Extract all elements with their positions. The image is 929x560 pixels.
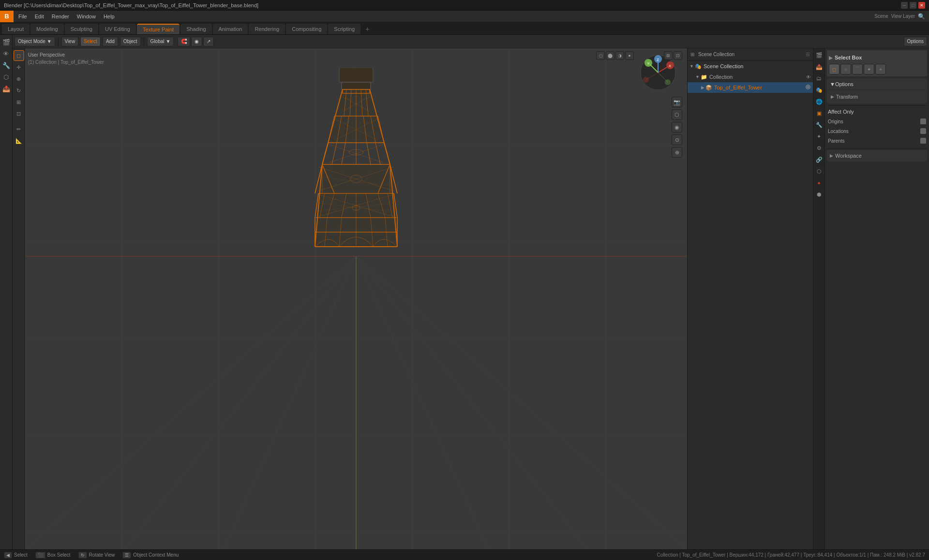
- options-header[interactable]: ▼ Options: [827, 78, 927, 90]
- left-tools-panel: ◻ ✛ ⊕ ↻ ⊞ ⊡ ✏ 📐: [13, 48, 25, 549]
- eiffel-tower-row[interactable]: ▶ 📦 Top_of_Eiffel_Tower: [688, 82, 813, 93]
- menu-help[interactable]: Help: [100, 11, 119, 22]
- shaderfx-icon[interactable]: ⬢: [814, 190, 824, 199]
- object-mode-dropdown[interactable]: Object Mode ▼: [15, 37, 55, 46]
- outliner-icon[interactable]: ⊞: [690, 52, 694, 57]
- close-button[interactable]: ✕: [918, 2, 925, 9]
- particles-props-icon[interactable]: ✦: [814, 132, 824, 141]
- tab-compositing[interactable]: Compositing: [286, 24, 327, 34]
- scene-props-icon[interactable]: 🎭: [814, 85, 824, 95]
- cursor-tool[interactable]: ✛: [14, 62, 24, 73]
- data-props-icon[interactable]: ⬡: [814, 166, 824, 176]
- solid-btn[interactable]: ⬤: [606, 51, 614, 60]
- modifier-props-icon[interactable]: 🔧: [814, 120, 824, 130]
- rendered-btn[interactable]: ●: [625, 51, 634, 60]
- menu-render[interactable]: Render: [48, 11, 73, 22]
- global-dropdown[interactable]: Global ▼: [147, 37, 174, 46]
- eiffel-tower-3d: [308, 68, 405, 251]
- select-paint-mode-btn[interactable]: ✦: [864, 64, 874, 74]
- scene-coll-label: Scene Collection: [704, 63, 744, 69]
- move-tool[interactable]: ⊕: [14, 74, 24, 84]
- workspace-section[interactable]: ▶ Workspace: [827, 150, 927, 162]
- physics-props-icon[interactable]: ⚙: [814, 143, 824, 153]
- sidebar-tool-icon[interactable]: 🔧: [1, 60, 12, 71]
- collection-row[interactable]: ▼ 📁 Collection 👁: [688, 72, 813, 82]
- annotate-tool[interactable]: ✏: [14, 124, 24, 134]
- tab-shading[interactable]: Shading: [180, 24, 211, 34]
- transform-orientations-btn[interactable]: ↗: [203, 37, 214, 46]
- select-box-section: ▶ Select Box ◻ ○ ⌒ ✦ +: [827, 50, 927, 76]
- select-mode-icons: ◻ ○ ⌒ ✦ +: [829, 64, 925, 74]
- menu-file[interactable]: File: [15, 11, 31, 22]
- select-tool[interactable]: ◻: [14, 50, 24, 61]
- object-props-icon[interactable]: ▣: [814, 108, 824, 118]
- proportional-btn[interactable]: ◉: [191, 37, 202, 46]
- tab-layout[interactable]: Layout: [2, 24, 30, 34]
- collection-label: (1) Collection | Top_of_Eiffel_Tower: [28, 59, 104, 66]
- outliner-filter-icon[interactable]: ☰: [806, 52, 810, 57]
- select-circle-mode-btn[interactable]: ○: [840, 64, 851, 74]
- select-extra-mode-btn[interactable]: +: [875, 64, 886, 74]
- tab-rendering[interactable]: Rendering: [249, 24, 285, 34]
- object-menu-btn[interactable]: Object: [120, 37, 141, 46]
- wireframe-btn[interactable]: ◻: [596, 51, 605, 60]
- svg-text:Y: Y: [647, 61, 650, 66]
- collection-label: Collection: [709, 74, 733, 80]
- material-btn[interactable]: ◑: [615, 51, 624, 60]
- tab-sculpting[interactable]: Sculpting: [65, 24, 98, 34]
- search-icon[interactable]: 🔍: [918, 13, 925, 20]
- transform-tool[interactable]: ⊡: [14, 108, 24, 119]
- view-layer-props-icon[interactable]: 🗂: [814, 74, 824, 83]
- xray-btn[interactable]: ⊡: [674, 51, 682, 60]
- svg-text:X: X: [669, 64, 672, 68]
- rotate-tool[interactable]: ↻: [14, 85, 24, 96]
- perspective-toggle-btn[interactable]: ⬡: [672, 109, 682, 120]
- sidebar-view-icon[interactable]: 👁: [1, 48, 12, 59]
- tab-texture-paint[interactable]: Texture Paint: [137, 24, 180, 34]
- tab-modeling[interactable]: Modeling: [30, 24, 64, 34]
- transform-sub-header[interactable]: ▶ Transform: [831, 92, 923, 102]
- scale-tool[interactable]: ⊞: [14, 97, 24, 107]
- select-lasso-mode-btn[interactable]: ⌒: [852, 64, 863, 74]
- workspace-label: Workspace: [835, 153, 862, 159]
- global-arrow: ▼: [166, 39, 171, 44]
- add-workspace-tab[interactable]: +: [361, 24, 373, 34]
- menu-edit[interactable]: Edit: [31, 11, 48, 22]
- select-box-mode-btn[interactable]: ◻: [829, 64, 839, 74]
- parents-checkbox[interactable]: [920, 138, 926, 144]
- options-btn[interactable]: Options: [904, 37, 927, 46]
- measure-tool[interactable]: 📐: [14, 135, 24, 146]
- sidebar-node-icon[interactable]: ⬡: [1, 72, 12, 82]
- material-props-icon[interactable]: ●: [814, 178, 824, 188]
- gizmo-btn[interactable]: ⊕: [672, 147, 682, 158]
- menu-window[interactable]: Window: [73, 11, 100, 22]
- select-box-label: Select Box: [835, 55, 862, 60]
- tab-uv-editing[interactable]: UV Editing: [99, 24, 136, 34]
- select-menu-btn[interactable]: Select: [80, 37, 101, 46]
- status-bar: ◀ Select ⬛ Box Select ↻ Rotate View ☰ Ob…: [0, 549, 929, 560]
- minimize-button[interactable]: ─: [901, 2, 908, 9]
- coll-visibility-icon[interactable]: 👁: [806, 74, 811, 80]
- camera-view-btn[interactable]: 📷: [672, 97, 682, 107]
- locations-checkbox[interactable]: [920, 128, 926, 134]
- overlay-btn[interactable]: ⊙: [672, 134, 682, 145]
- add-menu-btn[interactable]: Add: [103, 37, 118, 46]
- tab-scripting[interactable]: Scripting: [328, 24, 360, 34]
- sidebar-scene-icon[interactable]: 🎬: [1, 37, 12, 47]
- constraints-props-icon[interactable]: 🔗: [814, 155, 824, 164]
- snap-magnet-btn[interactable]: 🧲: [178, 37, 190, 46]
- render-props-icon[interactable]: 🎬: [814, 50, 824, 60]
- eiffel-visibility-icon[interactable]: [805, 84, 811, 91]
- origins-checkbox[interactable]: [920, 118, 926, 124]
- maximize-button[interactable]: □: [910, 2, 916, 9]
- viewport-3d[interactable]: User Perspective (1) Collection | Top_of…: [25, 48, 687, 549]
- scene-collection-row[interactable]: ▼ 🎭 Scene Collection: [688, 61, 813, 72]
- overlay-toggle-btn[interactable]: ⊞: [664, 51, 673, 60]
- world-props-icon[interactable]: 🌐: [814, 97, 824, 106]
- output-props-icon[interactable]: 📤: [814, 62, 824, 72]
- tab-animation[interactable]: Animation: [213, 24, 248, 34]
- view-menu-btn[interactable]: View: [61, 37, 79, 46]
- sidebar-output-icon[interactable]: 📤: [1, 83, 12, 94]
- local-view-btn[interactable]: ◉: [672, 122, 682, 133]
- eiffel-tower-label: Top_of_Eiffel_Tower: [714, 85, 762, 90]
